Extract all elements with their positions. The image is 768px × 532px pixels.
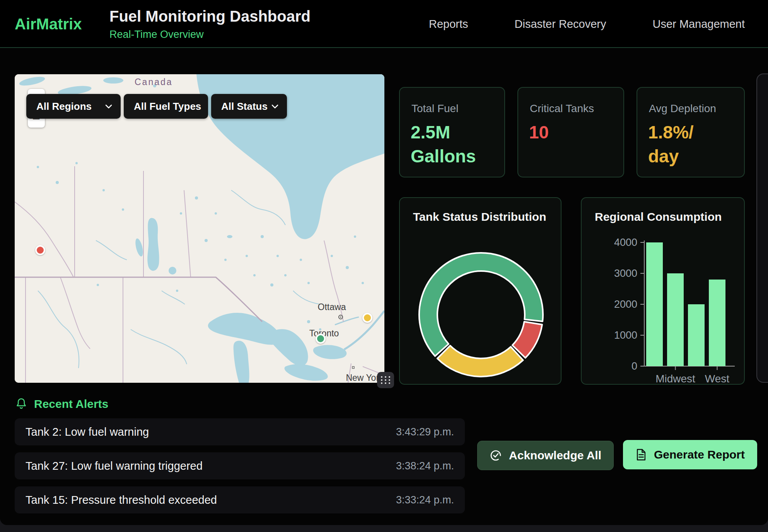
stat-card-critical-tanks: Critical Tanks 10 xyxy=(517,87,624,177)
bar-chart-title: Regional Consumption xyxy=(595,210,722,223)
page-subtitle: Real-Time Overview xyxy=(109,29,204,41)
y-axis-tick-label: 1000 xyxy=(614,329,637,341)
clipped-right-panel-edge xyxy=(756,73,768,383)
donut-segment-warning xyxy=(437,346,523,377)
fuel-monitoring-dashboard: AirMatrix Fuel Monitoring Dashboard Real… xyxy=(0,0,768,532)
stat-card-total-fuel: Total Fuel 2.5M Gallons xyxy=(399,87,505,177)
dashboard-content: AirMatrix Fuel Monitoring Dashboard Real… xyxy=(0,0,768,525)
stat-card-avg-depletion: Avg Depletion 1.8%/ day xyxy=(637,87,745,177)
nav-reports[interactable]: Reports xyxy=(429,18,468,31)
fuel-tank-map[interactable]: Canada Ottawa Toronto New York + − All R… xyxy=(15,74,384,383)
y-axis-tick-label: 3000 xyxy=(614,268,637,279)
x-axis-tick-label: West xyxy=(705,373,729,385)
x-axis-tick-label: Midwest xyxy=(655,373,695,385)
alert-timestamp: 3:38:24 p.m. xyxy=(396,460,454,472)
document-icon xyxy=(635,448,647,461)
fuel-type-filter-dropdown[interactable]: All Fuel Types xyxy=(124,94,208,119)
recent-alerts-header: Recent Alerts xyxy=(15,397,108,411)
acknowledge-all-button[interactable]: Acknowledge All xyxy=(477,441,614,470)
critical-tanks-label: Critical Tanks xyxy=(530,102,594,115)
chevron-down-icon xyxy=(105,104,112,109)
map-canvas: Canada Ottawa Toronto New York xyxy=(15,74,384,383)
alert-message: Tank 15: Pressure threshold exceeded xyxy=(26,494,217,506)
avg-depletion-value: 1.8%/ day xyxy=(648,120,694,168)
bar-West xyxy=(709,280,725,366)
regional-consumption-card: Regional Consumption 01000200030004000Mi… xyxy=(581,197,745,385)
map-label-ottawa: Ottawa xyxy=(318,302,346,312)
app-logo: AirMatrix xyxy=(15,15,82,33)
alert-row-3[interactable]: Tank 15: Pressure threshold exceeded 3:3… xyxy=(15,486,465,513)
alert-row-1[interactable]: Tank 2: Low fuel warning 3:43:29 p.m. xyxy=(15,418,465,445)
tank-status-distribution-card: Tank Status Distribution xyxy=(399,197,561,385)
critical-tanks-value: 10 xyxy=(529,120,549,144)
nav-user-management[interactable]: User Management xyxy=(652,18,745,31)
map-filter-bar: All Regions All Fuel Types All Status xyxy=(26,94,287,119)
alert-timestamp: 3:33:24 p.m. xyxy=(396,494,454,506)
alert-row-2[interactable]: Tank 27: Low fuel warning triggered 3:38… xyxy=(15,452,465,479)
tank-marker-warning[interactable] xyxy=(362,313,372,323)
acknowledge-all-label: Acknowledge All xyxy=(509,449,601,462)
regional-consumption-bar-chart: 01000200030004000MidwestWest xyxy=(582,198,746,385)
tank-marker-critical[interactable] xyxy=(35,245,45,255)
y-axis-tick-label: 4000 xyxy=(614,237,637,248)
alert-message: Tank 27: Low fuel warning triggered xyxy=(26,460,203,472)
avg-depletion-label: Avg Depletion xyxy=(649,102,716,115)
donut-chart-title: Tank Status Distribution xyxy=(413,210,546,223)
y-axis-tick-label: 0 xyxy=(631,360,637,372)
bar-region-1 xyxy=(646,242,663,366)
alert-timestamp: 3:43:29 p.m. xyxy=(396,426,454,438)
total-fuel-value: 2.5M Gallons xyxy=(411,120,476,168)
status-filter-dropdown[interactable]: All Status xyxy=(211,94,287,119)
bell-icon xyxy=(15,398,27,410)
page-title: Fuel Monitoring Dashboard xyxy=(109,8,311,25)
generate-report-label: Generate Report xyxy=(654,448,745,461)
y-axis-tick-label: 2000 xyxy=(614,298,637,310)
header: AirMatrix Fuel Monitoring Dashboard Real… xyxy=(0,0,768,48)
fuel-type-filter-value: All Fuel Types xyxy=(134,101,201,113)
tank-marker-normal[interactable] xyxy=(316,334,326,344)
total-fuel-label: Total Fuel xyxy=(411,102,458,115)
region-filter-value: All Regions xyxy=(36,101,92,113)
map-lake-winnipeg xyxy=(147,218,159,271)
tank-status-donut-chart xyxy=(400,198,562,385)
status-filter-value: All Status xyxy=(221,101,268,113)
bar-region-3 xyxy=(688,304,705,366)
recent-alerts-title: Recent Alerts xyxy=(34,397,108,411)
generate-report-button[interactable]: Generate Report xyxy=(623,440,757,469)
alert-message: Tank 2: Low fuel warning xyxy=(26,426,149,438)
top-nav: Reports Disaster Recovery User Managemen… xyxy=(429,0,745,48)
map-label-canada: Canada xyxy=(135,77,173,87)
chevron-down-icon xyxy=(271,104,278,109)
check-circle-icon xyxy=(490,449,502,462)
bar-Midwest xyxy=(667,273,684,366)
map-resize-drag-handle[interactable] xyxy=(377,372,394,388)
nav-disaster-recovery[interactable]: Disaster Recovery xyxy=(515,18,606,31)
region-filter-dropdown[interactable]: All Regions xyxy=(26,94,121,119)
